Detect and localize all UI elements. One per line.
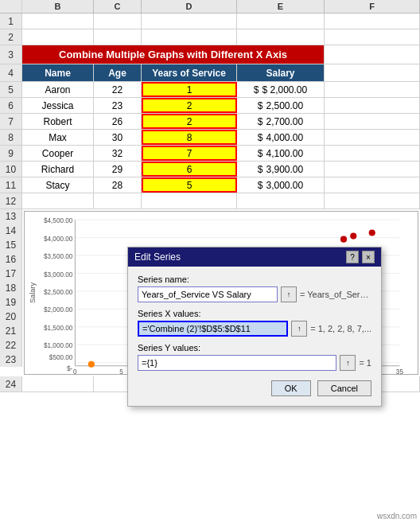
header-salary: Salary xyxy=(237,64,325,81)
svg-text:$-: $- xyxy=(67,365,73,372)
cell-f3[interactable] xyxy=(325,45,420,64)
cell-b11[interactable]: Stacy xyxy=(22,177,94,193)
cell-b24[interactable] xyxy=(22,376,94,392)
series-name-hint: = Years_of_Servi... xyxy=(300,290,371,299)
cell-d9[interactable]: 7 xyxy=(142,146,237,161)
cell-e5[interactable]: $$ 2,000.00 xyxy=(237,82,325,97)
cell-d6[interactable]: 2 xyxy=(142,98,237,113)
cell-d10[interactable]: 6 xyxy=(142,162,237,177)
cell-e11[interactable]: $3,000.00 xyxy=(237,177,325,193)
svg-text:$1,000.00: $1,000.00 xyxy=(44,342,73,349)
col-header-b: B xyxy=(22,0,94,13)
cell-f6[interactable] xyxy=(325,98,420,113)
svg-text:$2,500.00: $2,500.00 xyxy=(44,289,73,296)
ok-button[interactable]: OK xyxy=(271,380,311,396)
cell-f10[interactable] xyxy=(325,162,420,177)
column-headers: B C D E F xyxy=(0,0,420,14)
series-name-range-button[interactable]: ↑ xyxy=(281,286,297,302)
series-name-input[interactable] xyxy=(138,286,278,302)
cell-f12[interactable] xyxy=(325,193,420,208)
cell-d7[interactable]: 2 xyxy=(142,114,237,129)
cell-e9[interactable]: $4,100.00 xyxy=(237,146,325,161)
cell-e6[interactable]: $2,500.00 xyxy=(237,98,325,113)
cell-e8[interactable]: $4,000.00 xyxy=(237,130,325,145)
cell-d1[interactable] xyxy=(142,14,237,29)
row-7: 7 Robert 26 2 $2,700.00 xyxy=(0,114,420,130)
cell-c10[interactable]: 29 xyxy=(94,162,142,177)
cell-b12[interactable] xyxy=(22,193,94,208)
rownum-16: 16 xyxy=(0,252,22,267)
cell-c12[interactable] xyxy=(94,193,142,208)
rownum-12: 12 xyxy=(0,193,22,208)
row-4: 4 Name Age Years of Service Salary xyxy=(0,64,420,82)
rownum-3: 3 xyxy=(0,45,22,64)
cell-c7[interactable]: 26 xyxy=(94,114,142,129)
rownum-4: 4 xyxy=(0,64,22,81)
cell-b10[interactable]: Richard xyxy=(22,162,94,177)
cell-d12[interactable] xyxy=(142,193,237,208)
row-8: 8 Max 30 8 $4,000.00 xyxy=(0,130,420,146)
cell-b8[interactable]: Max xyxy=(22,130,94,145)
rownum-5: 5 xyxy=(0,82,22,97)
datapoint-origin xyxy=(88,361,95,368)
row-2: 2 xyxy=(0,29,420,45)
cell-c6[interactable]: 23 xyxy=(94,98,142,113)
cell-c8[interactable]: 30 xyxy=(94,130,142,145)
cell-e10[interactable]: $3,900.00 xyxy=(237,162,325,177)
cell-f8[interactable] xyxy=(325,130,420,145)
cell-e1[interactable] xyxy=(237,14,325,29)
cell-c1[interactable] xyxy=(94,14,142,29)
cell-b5[interactable]: Aaron xyxy=(22,82,94,97)
dialog-body: Series name: ↑ = Years_of_Servi... Serie… xyxy=(128,267,381,406)
series-x-label: Series X values: xyxy=(138,309,371,318)
series-y-input[interactable] xyxy=(138,355,336,371)
cell-b6[interactable]: Jessica xyxy=(22,98,94,113)
series-x-row: ↑ = 1, 2, 2, 8, 7,... xyxy=(138,321,371,337)
svg-text:$1,500.00: $1,500.00 xyxy=(44,325,73,332)
cell-f9[interactable] xyxy=(325,146,420,161)
title-cell: Combine Multiple Graphs with Different X… xyxy=(22,45,325,64)
svg-text:5: 5 xyxy=(119,368,123,374)
svg-text:$2,000.00: $2,000.00 xyxy=(44,306,73,314)
dialog-help-button[interactable]: ? xyxy=(346,251,359,263)
rownum-19: 19 xyxy=(0,295,22,310)
cell-f4[interactable] xyxy=(325,64,420,81)
cell-b7[interactable]: Robert xyxy=(22,114,94,129)
cell-d8[interactable]: 8 xyxy=(142,130,237,145)
cell-d2[interactable] xyxy=(142,29,237,45)
edit-series-dialog: Edit Series ? × Series name: ↑ = Years_o… xyxy=(127,247,382,407)
series-y-hint: = 1 xyxy=(359,358,371,368)
cell-f1[interactable] xyxy=(325,14,420,29)
dialog-close-button[interactable]: × xyxy=(362,251,375,263)
cell-e12[interactable] xyxy=(237,193,325,208)
series-y-range-button[interactable]: ↑ xyxy=(340,355,356,371)
series-name-row: ↑ = Years_of_Servi... xyxy=(138,286,371,302)
datapoint-max xyxy=(350,233,356,240)
cell-e7[interactable]: $2,700.00 xyxy=(237,114,325,129)
cell-f11[interactable] xyxy=(325,177,420,193)
cell-b1[interactable] xyxy=(22,14,94,29)
datapoint-richard xyxy=(340,236,347,243)
svg-text:Salary: Salary xyxy=(29,282,37,303)
rownum-14: 14 xyxy=(0,224,22,238)
svg-text:$4,000.00: $4,000.00 xyxy=(44,236,73,243)
cell-e2[interactable] xyxy=(237,29,325,45)
series-x-range-button[interactable]: ↑ xyxy=(291,321,307,337)
cell-f2[interactable] xyxy=(325,29,420,45)
cell-c5[interactable]: 22 xyxy=(94,82,142,97)
cell-b9[interactable]: Cooper xyxy=(22,146,94,161)
rownum-2: 2 xyxy=(0,29,22,45)
cancel-button[interactable]: Cancel xyxy=(317,380,371,396)
cell-b2[interactable] xyxy=(22,29,94,45)
row-6: 6 Jessica 23 2 $2,500.00 xyxy=(0,98,420,114)
cell-d11[interactable]: 5 xyxy=(142,177,237,193)
series-name-label: Series name: xyxy=(138,275,371,284)
rownum-20: 20 xyxy=(0,310,22,324)
cell-f5[interactable] xyxy=(325,82,420,97)
series-x-input[interactable] xyxy=(138,321,288,337)
cell-c9[interactable]: 32 xyxy=(94,146,142,161)
cell-f7[interactable] xyxy=(325,114,420,129)
cell-c2[interactable] xyxy=(94,29,142,45)
cell-d5[interactable]: 1 xyxy=(142,82,237,97)
cell-c11[interactable]: 28 xyxy=(94,177,142,193)
